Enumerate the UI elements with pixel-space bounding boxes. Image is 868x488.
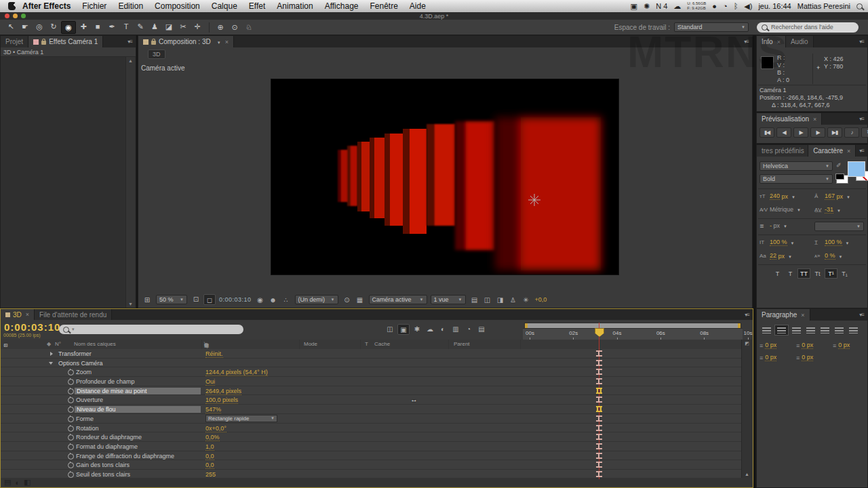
stamp-tool-icon[interactable]: ♟	[148, 21, 161, 33]
stopwatch-icon[interactable]	[68, 472, 74, 478]
justify-last-center-button[interactable]	[818, 325, 831, 335]
property-dropdown[interactable]: Rectangle rapide▼	[205, 415, 277, 422]
tab-composition-3d[interactable]: Composition : 3D	[138, 36, 234, 47]
channels-icon[interactable]: ∴	[281, 295, 292, 304]
snapshot-icon[interactable]: ◉	[255, 295, 266, 304]
timeline-row[interactable]: Ouverture100,0 pixels	[1, 395, 743, 405]
eyedropper-icon[interactable]: ✐	[836, 162, 842, 169]
view-axis-icon[interactable]: ♘	[242, 22, 256, 33]
composition-viewport[interactable]	[271, 79, 618, 274]
indent-field[interactable]: ≡ 0 px	[760, 354, 776, 361]
horizontal-scale-value[interactable]: 100 %	[825, 239, 842, 246]
timeline-row[interactable]: Format du diaphragme1,0	[1, 442, 743, 451]
volume-icon[interactable]: ◀)	[744, 2, 752, 11]
timeline-row[interactable]: Options Caméra	[1, 359, 743, 368]
column-mode[interactable]: Mode	[304, 341, 317, 347]
align-center-button[interactable]	[774, 325, 789, 336]
timeline-row[interactable]: Rondeur du diaphragme0,0%	[1, 432, 743, 442]
keyframe-marker[interactable]	[596, 471, 602, 477]
spotlight-icon[interactable]	[856, 3, 863, 9]
exposure-icon[interactable]: ✳	[521, 295, 532, 304]
view-layout-camera-select[interactable]: Caméra active	[369, 295, 427, 304]
property-value[interactable]: 0,0	[205, 453, 214, 460]
work-area-start-handle[interactable]	[525, 323, 528, 328]
tab-timeline-3d[interactable]: 3D	[1, 309, 35, 320]
tab-effets-camera[interactable]: Effets Caméra 1	[28, 36, 103, 47]
property-value[interactable]: 1,0	[205, 443, 214, 451]
project-scrollbar[interactable]: ▲ ▼	[125, 57, 135, 308]
tab-paragraphe[interactable]: Paragraphe	[757, 309, 810, 321]
puppet-tool-icon[interactable]: ✛	[191, 21, 204, 33]
panel-menu-icon[interactable]	[856, 113, 867, 125]
flowchart-icon[interactable]: ◫	[482, 295, 493, 304]
menu-item[interactable]: Fenêtre	[370, 1, 397, 11]
horizontal-scale-control[interactable]: T̲ 100 %	[814, 239, 849, 246]
indent-field[interactable]: ≡ 0 px	[796, 342, 813, 349]
keyframe-marker[interactable]	[596, 462, 602, 468]
stopwatch-icon[interactable]	[68, 434, 74, 441]
tab-dropdown-icon[interactable]	[214, 38, 221, 45]
property-value[interactable]: 0,0	[205, 462, 214, 469]
panel-menu-icon[interactable]	[856, 145, 867, 157]
font-size-value[interactable]: 240	[770, 192, 780, 200]
keyframe-marker[interactable]	[596, 360, 602, 366]
all-caps-button[interactable]: TT	[797, 268, 810, 279]
rotate-tool-icon[interactable]: ↻	[47, 21, 60, 33]
ruler-strip[interactable]: 00s02s04s06s08s10s	[523, 328, 743, 340]
stopwatch-icon[interactable]	[68, 407, 74, 413]
keyframe-marker[interactable]	[596, 434, 602, 440]
timeline-search-input[interactable]: ▾	[59, 325, 243, 334]
indent-field[interactable]: ≡ 0 px	[760, 342, 776, 349]
scroll-down-icon[interactable]: ▲	[742, 472, 752, 476]
default-colors-swatch[interactable]	[836, 175, 848, 184]
first-frame-button[interactable]: ▮◀	[760, 127, 774, 138]
timeline-row[interactable]: Profondeur de champOui	[1, 377, 743, 386]
tab-audio[interactable]: Audio	[786, 36, 814, 47]
keyframe-marker[interactable]	[596, 369, 602, 375]
pan-behind-tool-icon[interactable]: ✚	[77, 21, 90, 33]
justify-last-left-button[interactable]	[804, 325, 817, 335]
property-value[interactable]: 547%	[205, 406, 221, 413]
indent-value[interactable]: 0 px	[838, 342, 850, 349]
comp-marker-icon[interactable]: ◩	[742, 341, 752, 346]
tsume-control[interactable]: ᴀ» 0 %	[814, 252, 842, 260]
transparency-grid-icon[interactable]: ▦	[355, 295, 366, 304]
menu-item[interactable]: Edition	[118, 1, 143, 11]
keyframe-marker[interactable]	[596, 396, 602, 403]
reset-view-icon[interactable]: ◨	[495, 295, 506, 304]
keyframe-marker[interactable]	[596, 388, 602, 394]
tracking-control[interactable]: A̲V̲ -31	[814, 206, 841, 214]
indent-value[interactable]: 0 px	[765, 342, 776, 349]
tab-projet[interactable]: Projet	[1, 36, 28, 47]
vertical-scale-value[interactable]: 100 %	[770, 239, 787, 246]
grid-options-icon[interactable]: ⊞	[142, 295, 153, 304]
menu-item[interactable]: Calque	[212, 1, 237, 11]
column-cache[interactable]: Cache	[374, 341, 390, 347]
plugin-icon[interactable]: ✺	[644, 2, 650, 11]
disclosure-triangle[interactable]	[50, 352, 53, 356]
subscript-button[interactable]: T₁	[839, 269, 850, 278]
safe-guides-icon[interactable]: ⊡	[191, 294, 201, 304]
property-value[interactable]: Oui	[205, 378, 215, 386]
property-value[interactable]: 1244,4 pixels (54,4° H)	[205, 369, 268, 376]
stopwatch-icon[interactable]	[68, 444, 74, 450]
next-frame-button[interactable]: ▶	[810, 127, 825, 138]
expand-modes-icon[interactable]: ◐	[15, 479, 20, 487]
rotobrush-tool-icon[interactable]: ✂	[176, 21, 190, 33]
apple-menu-icon[interactable]	[8, 2, 16, 10]
menu-item[interactable]: After Effects	[22, 1, 71, 11]
scroll-up-icon[interactable]: ▲	[126, 57, 135, 64]
menu-item[interactable]: Fichier	[82, 1, 106, 11]
timeline-row[interactable]: Rotation0x+0,0°	[1, 424, 743, 433]
world-axis-icon[interactable]: ⊙	[228, 22, 241, 33]
viewport-timecode[interactable]: 0:00:03:10	[219, 296, 252, 303]
exposure-value[interactable]: +0,0	[535, 296, 547, 303]
screen-record-icon[interactable]: ▣	[631, 2, 637, 11]
property-value[interactable]: 100,0 pixels	[205, 396, 238, 404]
keyframe-marker[interactable]	[596, 443, 602, 449]
disclosure-triangle[interactable]	[49, 362, 53, 365]
stopwatch-icon[interactable]	[68, 379, 74, 385]
panel-menu-icon[interactable]	[124, 36, 136, 47]
zoom-tool-icon[interactable]: ◎	[33, 21, 46, 33]
comp-breadcrumb[interactable]: 3D	[148, 49, 165, 59]
